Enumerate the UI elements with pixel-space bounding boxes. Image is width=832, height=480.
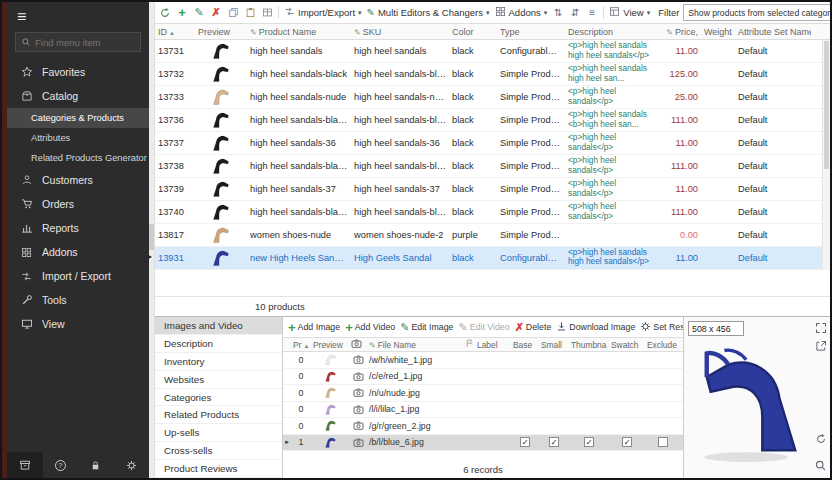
sidebar-item-related-products-generator[interactable]: Related Products Generator	[7, 148, 149, 168]
filter-select[interactable]: Show products from selected categories▾	[683, 4, 830, 21]
table-row[interactable]: 0/g/r/green_2.jpg	[283, 418, 683, 435]
column-header-preview[interactable]: Preview	[195, 24, 247, 39]
column-header-small[interactable]: Small	[539, 338, 569, 351]
add-video-button[interactable]: +Add Video	[345, 321, 395, 334]
column-header-flag-icon[interactable]	[463, 338, 475, 351]
column-header-sku[interactable]: ✎SKU	[351, 24, 449, 39]
zoom-icon[interactable]	[813, 458, 828, 473]
tab-websites[interactable]: Websites	[155, 371, 282, 389]
table-row[interactable]: 0/n/u/nude.jpg	[283, 385, 683, 402]
column-header-swatch[interactable]: Swatch	[609, 338, 645, 351]
view-menu-button[interactable]: View▾	[607, 4, 652, 21]
table-row[interactable]: ▸1/b/l/blue_6.jpg✓✓✓✓	[283, 435, 683, 452]
sidebar-item-addons[interactable]: Addons	[7, 240, 149, 264]
sidebar-item-tools[interactable]: Tools	[7, 288, 149, 312]
checkbox-unchecked[interactable]	[658, 437, 668, 447]
download-image-button[interactable]: Download Image	[556, 321, 635, 334]
tab-description[interactable]: Description	[155, 335, 282, 353]
sidebar-item-attributes[interactable]: Attributes	[7, 128, 149, 148]
column-header-price[interactable]: ✎Price,	[657, 24, 701, 39]
table-row[interactable]: 13732high heel sandals-blackhigh heel sa…	[155, 63, 830, 86]
table-row[interactable]: 13931new High Heels SandalsHigh Geels Sa…	[155, 247, 830, 270]
copy-button[interactable]	[225, 5, 241, 21]
column-header-thumbna[interactable]: Thumbna	[569, 338, 609, 351]
column-header-type[interactable]: Type	[497, 24, 565, 39]
tab-related-products[interactable]: Related Products	[155, 406, 282, 424]
edit-image-button[interactable]: ✎Edit Image	[400, 322, 453, 333]
table-row[interactable]: 13736high heel sandals-black-36high heel…	[155, 109, 830, 132]
table-row[interactable]: 13817women shoes-nudewomen shoes-nude-2p…	[155, 224, 830, 247]
sidebar-item-orders[interactable]: Orders	[7, 192, 149, 216]
store-icon[interactable]	[7, 452, 43, 478]
fullscreen-icon[interactable]	[813, 320, 828, 335]
checkbox-checked[interactable]: ✓	[549, 437, 559, 447]
grid-scrollbar[interactable]	[822, 40, 830, 270]
sort-ascending-button[interactable]: ⇅	[550, 5, 566, 21]
tab-categories[interactable]: Categories	[155, 389, 282, 407]
table-row[interactable]: 13733high heel sandals-nudehigh heel san…	[155, 86, 830, 109]
sidebar-search[interactable]	[15, 32, 141, 52]
sidebar-item-import-export[interactable]: Import / Export	[7, 264, 149, 288]
add-image-button[interactable]: +Add Image	[288, 321, 340, 334]
set-resize-rule-button[interactable]: Set Resize Rule	[640, 321, 683, 334]
rotate-icon[interactable]	[813, 431, 828, 446]
refresh-button[interactable]	[157, 5, 173, 21]
grid-options-button[interactable]: ≡	[584, 5, 600, 21]
checkbox-checked[interactable]: ✓	[622, 437, 632, 447]
hamburger-menu-icon[interactable]: ≡	[7, 2, 149, 30]
grid-scrollbar-thumb[interactable]	[824, 41, 829, 169]
addons-menu-button[interactable]: Addons▾	[493, 4, 550, 21]
resize-dimensions-input[interactable]	[688, 321, 744, 336]
table-row[interactable]: 0/w/h/white_1.jpg	[283, 352, 683, 369]
column-header-id[interactable]: ID▲	[155, 24, 195, 39]
checkbox-checked[interactable]: ✓	[520, 437, 530, 447]
sort-descending-button[interactable]: ⇵	[567, 5, 583, 21]
sidebar-item-customers[interactable]: Customers	[7, 168, 149, 192]
table-row[interactable]: 13739high heel sandals-37high heel sanda…	[155, 178, 830, 201]
add-record-button[interactable]: +	[174, 5, 190, 21]
delete-record-button[interactable]: ✗	[208, 5, 224, 21]
column-header-pr[interactable]: Pr▲	[291, 338, 311, 351]
table-row[interactable]: 13737high heel sandals-36high heel sanda…	[155, 132, 830, 155]
column-header-color[interactable]: Color	[449, 24, 497, 39]
tab-inventory[interactable]: Inventory	[155, 353, 282, 371]
table-row[interactable]: 13740high heel sandals-black-38high heel…	[155, 201, 830, 224]
column-header-camera-icon[interactable]	[349, 338, 367, 351]
cell-description: <p>high heel sandals</p>	[565, 156, 657, 175]
lock-icon[interactable]	[78, 452, 114, 478]
sidebar-item-view[interactable]: View	[7, 312, 149, 336]
tab-up-sells[interactable]: Up-sells	[155, 424, 282, 442]
column-header-label[interactable]: Label	[475, 338, 511, 351]
splitter-grip[interactable]	[149, 224, 154, 250]
column-header-file-name[interactable]: ✎File Name	[367, 338, 463, 351]
edit-table-button[interactable]	[259, 5, 275, 21]
table-row[interactable]: 0/l/i/lilac_1.jpg	[283, 402, 683, 419]
column-header-weight[interactable]: Weight	[701, 24, 735, 39]
sidebar-item-categories-products[interactable]: Categories & Products	[7, 108, 149, 128]
import-export-menu-button[interactable]: Import/Export▾	[282, 4, 364, 21]
open-external-icon[interactable]	[813, 338, 828, 353]
tab-images-and-video[interactable]: Images and Video	[155, 317, 282, 335]
search-input[interactable]	[35, 37, 135, 48]
sidebar-item-reports[interactable]: Reports	[7, 216, 149, 240]
column-header-attribute-set-name[interactable]: Attribute Set Name	[735, 24, 811, 39]
sidebar-item-favorites[interactable]: Favorites	[7, 60, 149, 84]
column-header-base[interactable]: Base	[511, 338, 539, 351]
delete-button[interactable]: ✗Delete	[515, 322, 552, 333]
sidebar-item-catalog[interactable]: Catalog	[7, 84, 149, 108]
table-row[interactable]: 13738high heel sandals-black-37high heel…	[155, 155, 830, 178]
table-row[interactable]: 13731high heel sandalshigh heel sandalsb…	[155, 40, 830, 63]
column-header-product-name[interactable]: ✎Product Name	[247, 24, 351, 39]
checkbox-checked[interactable]: ✓	[584, 437, 594, 447]
help-icon[interactable]: ?	[43, 452, 79, 478]
edit-record-button[interactable]: ✎	[191, 5, 207, 21]
table-row[interactable]: 0/c/e/red_1.jpg	[283, 369, 683, 386]
multi-editors-changers-menu-button[interactable]: ✎Multi Editors & Changers▾	[365, 5, 492, 20]
column-header-exclude[interactable]: Exclude	[645, 338, 681, 351]
column-header-preview[interactable]: Preview	[311, 338, 349, 351]
tab-cross-sells[interactable]: Cross-sells	[155, 442, 282, 460]
tab-product-reviews[interactable]: Product Reviews	[155, 460, 282, 478]
paste-button[interactable]	[242, 5, 258, 21]
column-header-description[interactable]: Description	[565, 24, 657, 39]
settings-icon[interactable]	[114, 452, 150, 478]
